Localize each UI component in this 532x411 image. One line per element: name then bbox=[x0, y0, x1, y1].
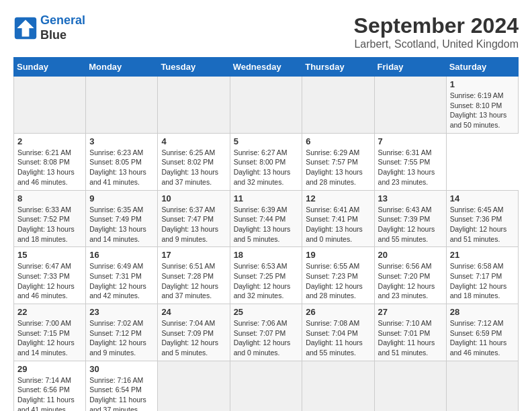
empty-cell bbox=[86, 77, 158, 134]
day-number: 11 bbox=[234, 193, 299, 203]
day-cell-3: 3Sunrise: 6:23 AMSunset: 8:05 PMDaylight… bbox=[86, 133, 158, 190]
day-info: Sunrise: 7:06 AMSunset: 7:07 PMDaylight:… bbox=[234, 318, 299, 358]
day-info: Sunrise: 6:25 AMSunset: 8:02 PMDaylight:… bbox=[161, 148, 226, 187]
header-cell-thursday: Thursday bbox=[302, 58, 374, 77]
day-info: Sunrise: 7:02 AMSunset: 7:12 PMDaylight:… bbox=[89, 318, 154, 358]
empty-cell bbox=[230, 77, 302, 134]
day-cell-7: 7Sunrise: 6:31 AMSunset: 7:55 PMDaylight… bbox=[374, 133, 446, 190]
logo-icon bbox=[13, 16, 38, 40]
header-cell-saturday: Saturday bbox=[446, 58, 518, 77]
empty-cell bbox=[14, 77, 86, 134]
day-info: Sunrise: 6:58 AMSunset: 7:17 PMDaylight:… bbox=[450, 261, 515, 301]
header-cell-monday: Monday bbox=[86, 58, 158, 77]
day-info: Sunrise: 6:49 AMSunset: 7:31 PMDaylight:… bbox=[89, 261, 154, 301]
day-cell-10: 10Sunrise: 6:37 AMSunset: 7:47 PMDayligh… bbox=[158, 190, 230, 247]
day-number: 16 bbox=[89, 250, 154, 260]
day-number: 8 bbox=[17, 193, 82, 203]
day-cell-15: 15Sunrise: 6:47 AMSunset: 7:33 PMDayligh… bbox=[14, 247, 86, 304]
calendar-week-4: 22Sunrise: 7:00 AMSunset: 7:15 PMDayligh… bbox=[14, 304, 519, 361]
day-info: Sunrise: 7:08 AMSunset: 7:04 PMDaylight:… bbox=[306, 318, 370, 358]
header-row: SundayMondayTuesdayWednesdayThursdayFrid… bbox=[14, 58, 519, 77]
day-number: 10 bbox=[161, 193, 226, 203]
day-cell-19: 19Sunrise: 6:55 AMSunset: 7:23 PMDayligh… bbox=[302, 247, 374, 304]
day-number: 24 bbox=[161, 307, 226, 317]
day-info: Sunrise: 6:31 AMSunset: 7:55 PMDaylight:… bbox=[378, 148, 443, 187]
day-cell-13: 13Sunrise: 6:43 AMSunset: 7:39 PMDayligh… bbox=[374, 190, 446, 247]
empty-cell bbox=[446, 361, 518, 411]
calendar-week-0: 1Sunrise: 6:19 AMSunset: 8:10 PMDaylight… bbox=[14, 77, 519, 134]
day-info: Sunrise: 6:27 AMSunset: 8:00 PMDaylight:… bbox=[234, 148, 299, 187]
day-number: 19 bbox=[306, 250, 370, 260]
day-cell-23: 23Sunrise: 7:02 AMSunset: 7:12 PMDayligh… bbox=[86, 304, 158, 361]
header-cell-friday: Friday bbox=[374, 58, 446, 77]
calendar-week-1: 2Sunrise: 6:21 AMSunset: 8:08 PMDaylight… bbox=[14, 133, 519, 190]
day-info: Sunrise: 6:23 AMSunset: 8:05 PMDaylight:… bbox=[89, 148, 154, 187]
day-number: 21 bbox=[450, 250, 515, 260]
empty-cell bbox=[374, 77, 446, 134]
day-cell-28: 28Sunrise: 7:12 AMSunset: 6:59 PMDayligh… bbox=[446, 304, 518, 361]
day-number: 6 bbox=[306, 136, 370, 146]
day-info: Sunrise: 6:33 AMSunset: 7:52 PMDaylight:… bbox=[17, 205, 82, 244]
day-info: Sunrise: 6:29 AMSunset: 7:57 PMDaylight:… bbox=[306, 148, 370, 187]
day-info: Sunrise: 6:53 AMSunset: 7:25 PMDaylight:… bbox=[234, 261, 299, 301]
day-info: Sunrise: 6:41 AMSunset: 7:41 PMDaylight:… bbox=[306, 205, 370, 244]
day-number: 18 bbox=[234, 250, 299, 260]
day-info: Sunrise: 6:51 AMSunset: 7:28 PMDaylight:… bbox=[161, 261, 226, 301]
title-section: September 2024 Larbert, Scotland, United… bbox=[354, 13, 519, 50]
day-number: 17 bbox=[161, 250, 226, 260]
calendar-title: September 2024 bbox=[354, 13, 519, 38]
day-info: Sunrise: 7:12 AMSunset: 6:59 PMDaylight:… bbox=[450, 318, 515, 358]
day-info: Sunrise: 6:35 AMSunset: 7:49 PMDaylight:… bbox=[89, 205, 154, 244]
day-number: 4 bbox=[161, 136, 226, 146]
day-number: 23 bbox=[89, 307, 154, 317]
empty-cell bbox=[230, 361, 302, 411]
day-number: 5 bbox=[234, 136, 299, 146]
day-cell-22: 22Sunrise: 7:00 AMSunset: 7:15 PMDayligh… bbox=[14, 304, 86, 361]
day-cell-5: 5Sunrise: 6:27 AMSunset: 8:00 PMDaylight… bbox=[230, 133, 302, 190]
day-cell-1: 1Sunrise: 6:19 AMSunset: 8:10 PMDaylight… bbox=[446, 77, 518, 134]
calendar-header: SundayMondayTuesdayWednesdayThursdayFrid… bbox=[14, 58, 519, 77]
day-cell-20: 20Sunrise: 6:56 AMSunset: 7:20 PMDayligh… bbox=[374, 247, 446, 304]
day-number: 14 bbox=[450, 193, 515, 203]
day-cell-6: 6Sunrise: 6:29 AMSunset: 7:57 PMDaylight… bbox=[302, 133, 374, 190]
day-info: Sunrise: 7:10 AMSunset: 7:01 PMDaylight:… bbox=[378, 318, 443, 358]
day-info: Sunrise: 6:21 AMSunset: 8:08 PMDaylight:… bbox=[17, 148, 82, 187]
day-number: 7 bbox=[378, 136, 443, 146]
calendar-subtitle: Larbert, Scotland, United Kingdom bbox=[354, 38, 519, 50]
day-cell-4: 4Sunrise: 6:25 AMSunset: 8:02 PMDaylight… bbox=[158, 133, 230, 190]
day-cell-24: 24Sunrise: 7:04 AMSunset: 7:09 PMDayligh… bbox=[158, 304, 230, 361]
header-cell-wednesday: Wednesday bbox=[230, 58, 302, 77]
day-cell-29: 29Sunrise: 7:14 AMSunset: 6:56 PMDayligh… bbox=[14, 361, 86, 411]
header: General Blue September 2024 Larbert, Sco… bbox=[13, 13, 519, 50]
day-cell-25: 25Sunrise: 7:06 AMSunset: 7:07 PMDayligh… bbox=[230, 304, 302, 361]
day-number: 27 bbox=[378, 307, 443, 317]
header-cell-sunday: Sunday bbox=[14, 58, 86, 77]
day-number: 20 bbox=[378, 250, 443, 260]
calendar-week-5: 29Sunrise: 7:14 AMSunset: 6:56 PMDayligh… bbox=[14, 361, 519, 411]
logo-text: General Blue bbox=[40, 13, 85, 42]
day-number: 26 bbox=[306, 307, 370, 317]
day-number: 3 bbox=[89, 136, 154, 146]
day-cell-30: 30Sunrise: 7:16 AMSunset: 6:54 PMDayligh… bbox=[86, 361, 158, 411]
day-cell-17: 17Sunrise: 6:51 AMSunset: 7:28 PMDayligh… bbox=[158, 247, 230, 304]
logo-line2: Blue bbox=[40, 28, 85, 43]
calendar-week-2: 8Sunrise: 6:33 AMSunset: 7:52 PMDaylight… bbox=[14, 190, 519, 247]
day-number: 28 bbox=[450, 307, 515, 317]
day-cell-27: 27Sunrise: 7:10 AMSunset: 7:01 PMDayligh… bbox=[374, 304, 446, 361]
calendar-table: SundayMondayTuesdayWednesdayThursdayFrid… bbox=[13, 57, 519, 411]
day-info: Sunrise: 6:45 AMSunset: 7:36 PMDaylight:… bbox=[450, 205, 515, 244]
calendar-body: 1Sunrise: 6:19 AMSunset: 8:10 PMDaylight… bbox=[14, 77, 519, 412]
day-number: 9 bbox=[89, 193, 154, 203]
day-info: Sunrise: 7:00 AMSunset: 7:15 PMDaylight:… bbox=[17, 318, 82, 358]
day-cell-16: 16Sunrise: 6:49 AMSunset: 7:31 PMDayligh… bbox=[86, 247, 158, 304]
day-number: 15 bbox=[17, 250, 82, 260]
empty-cell bbox=[158, 77, 230, 134]
day-number: 22 bbox=[17, 307, 82, 317]
day-cell-12: 12Sunrise: 6:41 AMSunset: 7:41 PMDayligh… bbox=[302, 190, 374, 247]
day-info: Sunrise: 7:04 AMSunset: 7:09 PMDaylight:… bbox=[161, 318, 226, 358]
day-cell-9: 9Sunrise: 6:35 AMSunset: 7:49 PMDaylight… bbox=[86, 190, 158, 247]
day-info: Sunrise: 6:47 AMSunset: 7:33 PMDaylight:… bbox=[17, 261, 82, 301]
calendar-week-3: 15Sunrise: 6:47 AMSunset: 7:33 PMDayligh… bbox=[14, 247, 519, 304]
day-cell-8: 8Sunrise: 6:33 AMSunset: 7:52 PMDaylight… bbox=[14, 190, 86, 247]
day-cell-21: 21Sunrise: 6:58 AMSunset: 7:17 PMDayligh… bbox=[446, 247, 518, 304]
